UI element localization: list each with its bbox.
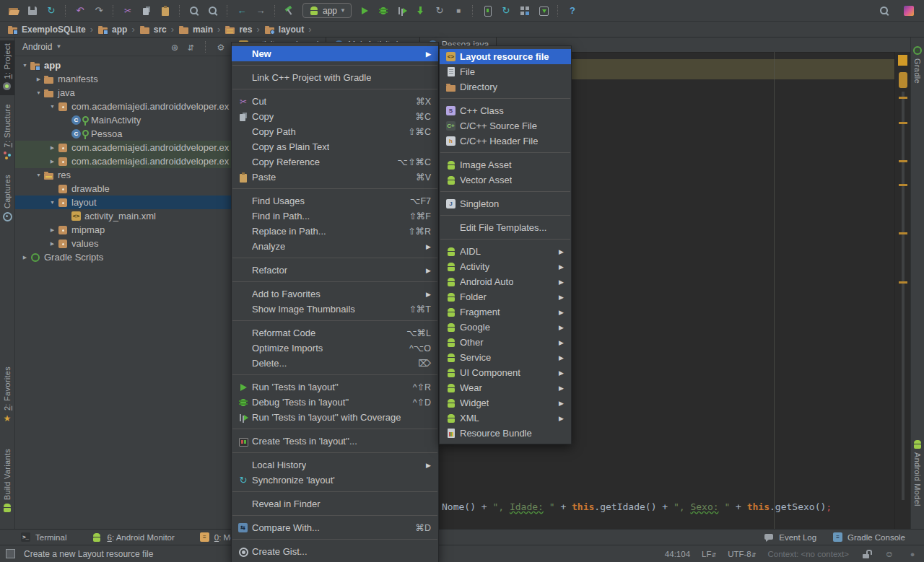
menu-item-copy[interactable]: Copy⌘C [232,109,438,124]
menu-item-copy-reference[interactable]: Copy Reference⌥⇧⌘C [232,154,438,170]
tree-expand-icon[interactable]: ▶ [48,145,57,151]
tree-item-activity-main-xml[interactable]: <>activity_main.xml [14,209,231,223]
submenu-item-widget[interactable]: Widget▶ [440,395,571,410]
submenu-item-c-c-header-file[interactable]: hC/C++ Header File [440,133,571,149]
menu-item-copy-path[interactable]: Copy Path⇧⌘C [232,124,438,139]
coverage-button[interactable] [393,2,411,19]
menu-item-run-tests-in-layout[interactable]: Run 'Tests in 'layout''^⇧R [232,379,438,395]
tree-item-manifests[interactable]: ▶manifests [14,72,231,86]
tree-item-gradle-scripts[interactable]: ▶Gradle Scripts [14,250,231,264]
submenu-item-vector-asset[interactable]: Vector Asset [440,172,571,188]
stripe-button-1-project[interactable]: 1: Project [0,40,14,95]
avatar-image[interactable] [899,2,918,19]
tree-item-pessoa[interactable]: CPessoa [14,127,231,141]
tree-expand-icon[interactable]: ▼ [48,104,57,109]
replace-button[interactable] [204,2,222,19]
stripe-button-build-variants[interactable]: Build Variants [0,446,14,517]
tree-expand-icon[interactable]: ▼ [34,172,43,177]
paste-button[interactable] [156,2,175,19]
tool-window-toggle-icon[interactable] [6,549,15,558]
tree-expand-icon[interactable]: ▶ [48,159,57,164]
cut-button[interactable]: ✂ [118,2,137,19]
submenu-item-activity[interactable]: Activity▶ [440,259,571,274]
tool-window-button-terminal[interactable]: >_Terminal [20,532,66,543]
submenu-item-aidl[interactable]: AIDL▶ [440,244,571,259]
help-button[interactable]: ? [563,2,582,19]
menu-item-create-tests-in-layout[interactable]: Create 'Tests in 'layout''... [232,434,438,449]
locate-button[interactable]: ⊕ [169,40,180,53]
breadcrumb-item-app[interactable]: app [96,24,128,35]
submenu-item-xml[interactable]: XML▶ [440,410,571,426]
hector-inspector-icon[interactable]: ☺ [884,548,895,560]
restart-button[interactable]: ↻ [430,2,449,19]
redo-button[interactable]: ↷ [90,2,108,19]
project-view-selector[interactable]: Android [22,42,52,52]
tree-item-layout[interactable]: ▼layout [14,196,231,209]
submenu-item-image-asset[interactable]: Image Asset [440,157,571,172]
tree-item-values[interactable]: ▶values [14,237,231,250]
menu-item-reveal-in-finder[interactable]: Reveal in Finder [232,496,438,511]
breadcrumb-item-exemplosqlite[interactable]: ExemploSQLite [6,24,87,35]
context-indicator[interactable]: Context: <no context> [767,550,849,558]
run-button[interactable] [355,2,374,19]
sdk-manager-button[interactable] [534,2,553,19]
tree-expand-icon[interactable]: ▶ [34,76,43,82]
back-button[interactable]: ← [232,2,251,19]
open-button[interactable] [4,2,23,19]
tree-item-java[interactable]: ▼java [14,86,231,100]
tool-window-button-event-log[interactable]: Event Log [763,532,816,543]
forward-button[interactable]: → [251,2,270,19]
scrollbar-thumb[interactable] [899,72,907,88]
menu-item-copy-as-plain-text[interactable]: Copy as Plain Text [232,139,438,154]
menu-item-reformat-code[interactable]: Reformat Code⌥⌘L [232,325,438,341]
stripe-button-android-model[interactable]: Android Model [911,436,924,509]
tree-item-com-academiajedi-androiddveloper[interactable]: ▶com.academiajedi.androiddveloper.ex [14,154,231,168]
editor-error-stripe[interactable] [894,52,911,529]
menu-item-run-tests-in-layout-with-coverag[interactable]: Run 'Tests in 'layout'' with Coverage [232,410,438,425]
encoding[interactable]: UTF-8⇵ [728,550,756,558]
menu-item-new[interactable]: New▶ [232,46,438,61]
run-configuration-selector[interactable]: app▼ [302,3,352,18]
stop-button[interactable]: ■ [449,2,468,19]
submenu-item-google[interactable]: Google▶ [440,320,571,335]
search-everywhere-button[interactable] [875,2,894,19]
tree-item-mipmap[interactable]: ▶mipmap [14,223,231,237]
menu-item-show-image-thumbnails[interactable]: Show Image Thumbnails⇧⌘T [232,302,438,317]
menu-item-optimize-imports[interactable]: Optimize Imports^⌥O [232,341,438,356]
save-button[interactable] [23,2,42,19]
submenu-item-android-auto[interactable]: Android Auto▶ [440,274,571,289]
submenu-item-file[interactable]: File [440,64,571,79]
submenu-item-service[interactable]: Service▶ [440,350,571,365]
menu-item-compare-with[interactable]: ⇆Compare With...⌘D [232,520,438,535]
debug-button[interactable] [374,2,393,19]
tree-item-mainactivity[interactable]: CMainActivity [14,113,231,127]
stripe-button-captures[interactable]: Captures [0,172,14,225]
submenu-item-other[interactable]: Other▶ [440,335,571,350]
tree-expand-icon[interactable]: ▼ [20,63,30,68]
caret-position[interactable]: 44:104 [665,550,690,558]
tree-expand-icon[interactable]: ▶ [48,241,57,247]
submenu-item-c-c-source-file[interactable]: C+C/C++ Source File [440,118,571,133]
menu-item-create-gist[interactable]: Create Gist... [232,544,438,559]
copy-button[interactable] [137,2,156,19]
submenu-item-ui-component[interactable]: UI Component▶ [440,365,571,380]
submenu-item-layout-resource-file[interactable]: <>Layout resource file [440,49,571,64]
stripe-button-2-favorites[interactable]: 2: Favorites★ [0,364,14,427]
collapse-all-button[interactable]: ⇵ [185,40,196,53]
menu-item-delete[interactable]: Delete...⌦ [232,356,438,371]
tree-item-com-academiajedi-androiddveloper[interactable]: ▶com.academiajedi.androiddveloper.ex [14,141,231,154]
tree-item-app[interactable]: ▼app [14,58,231,72]
breadcrumb-item-src[interactable]: src [138,24,168,35]
line-separator[interactable]: LF⇵ [702,550,716,558]
tree-expand-icon[interactable]: ▼ [34,90,43,95]
gradle-sync-button[interactable]: ↻ [497,2,515,19]
menu-item-find-in-path[interactable]: Find in Path...⇧⌘F [232,208,438,224]
menu-item-analyze[interactable]: Analyze▶ [232,239,438,254]
build-hammer-button[interactable] [280,2,299,19]
avd-manager-button[interactable] [478,2,497,19]
submenu-item-folder[interactable]: Folder▶ [440,289,571,304]
stripe-button-gradle[interactable]: Gradle [911,42,924,87]
menu-item-local-history[interactable]: Local History▶ [232,457,438,473]
submenu-item-resource-bundle[interactable]: Resource Bundle [440,426,571,441]
menu-item-replace-in-path[interactable]: Replace in Path...⇧⌘R [232,224,438,239]
